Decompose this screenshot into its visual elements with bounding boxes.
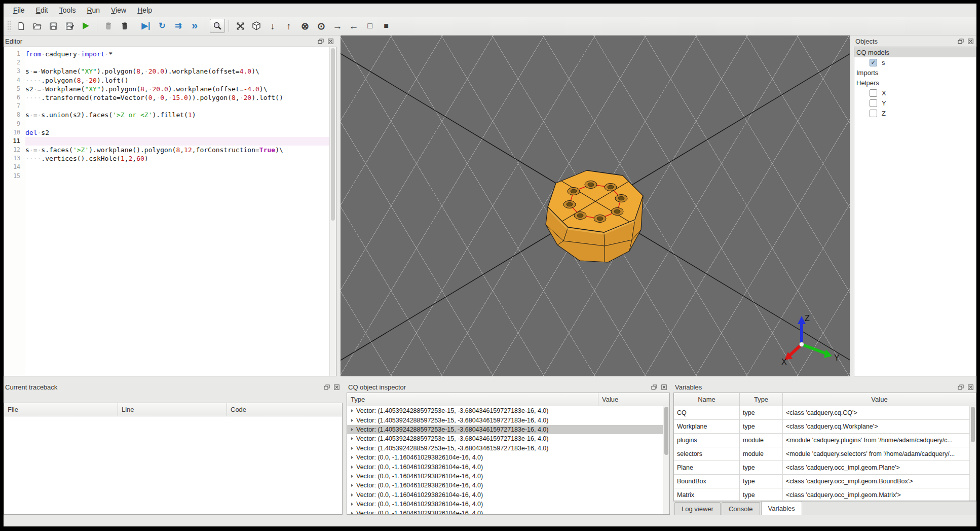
inspector-row[interactable]: Vector: (0.0, -1.1604610293826104e-16, 4… (347, 472, 669, 481)
checkbox-checked[interactable]: ✓ (870, 59, 877, 66)
code-line[interactable]: from·cadquery·import·* (25, 50, 329, 58)
editor-scrollbar[interactable] (329, 47, 336, 376)
expand-triangle-icon[interactable] (351, 475, 353, 478)
checkbox-unchecked[interactable] (870, 89, 877, 97)
column-header-name[interactable]: Name (674, 393, 740, 406)
close-panel-button[interactable] (966, 38, 975, 45)
variable-row[interactable]: CQtype<class 'cadquery.cq.CQ'> (674, 406, 976, 420)
debug-run-button[interactable]: ▶| (138, 19, 154, 33)
inspector-row[interactable]: Vector: (0.0, -1.1604610293826104e-16, 4… (347, 481, 669, 490)
variables-rows[interactable]: CQtype<class 'cadquery.cq.CQ'>Workplanet… (674, 406, 976, 502)
code-line[interactable]: ····.transformed(rotate=Vector(0,·0,·15.… (25, 93, 329, 102)
inspector-row[interactable]: Vector: (0.0, -1.1604610293826104e-16, 4… (347, 453, 669, 462)
column-header-type[interactable]: Type (740, 393, 783, 406)
inspector-row[interactable]: Vector: (1.4053924288597253e-15, -3.6804… (347, 444, 669, 453)
inspector-rows[interactable]: Vector: (1.4053924288597253e-15, -3.6804… (347, 406, 669, 514)
checkbox-unchecked[interactable] (870, 99, 877, 107)
tree-item-imports[interactable]: Imports (854, 67, 976, 78)
tree-item-cq-models[interactable]: CQ models (854, 47, 976, 57)
code-line[interactable] (25, 163, 329, 171)
expand-triangle-icon[interactable] (351, 512, 353, 514)
inspector-row[interactable]: Vector: (1.4053924288597253e-15, -3.6804… (347, 406, 669, 415)
code-line[interactable]: s2·=·Workplane("XY").polygon(8,·20.0).wo… (25, 85, 329, 93)
open-file-button[interactable] (29, 19, 45, 33)
toggle-comment-button[interactable] (210, 19, 225, 33)
variable-row[interactable]: Planetype<class 'cadquery.occ_impl.geom.… (674, 461, 976, 475)
menu-view[interactable]: View (105, 5, 132, 16)
delete-button[interactable] (101, 19, 116, 33)
expand-triangle-icon[interactable] (351, 419, 353, 422)
back-view-button[interactable]: ⊙ (314, 19, 329, 33)
float-panel-button[interactable] (322, 383, 331, 391)
column-header-type[interactable]: Type (347, 393, 598, 406)
tab-console[interactable]: Console (722, 502, 760, 515)
expand-triangle-icon[interactable] (351, 484, 353, 487)
inspector-row[interactable]: Vector: (0.0, -1.1604610293826104e-16, 4… (347, 500, 669, 509)
float-panel-button[interactable] (956, 38, 965, 45)
column-header-file[interactable]: File (4, 403, 118, 416)
inspector-row[interactable]: Vector: (0.0, -1.1604610293826104e-16, 4… (347, 462, 669, 471)
expand-triangle-icon[interactable] (351, 503, 353, 506)
expand-triangle-icon[interactable] (351, 466, 353, 469)
iso-view-button[interactable] (249, 19, 264, 33)
editor-body[interactable]: 123456789101112131415 from·cadquery·impo… (4, 47, 336, 376)
toolbar-grip[interactable] (7, 20, 11, 31)
cad-model[interactable] (543, 165, 650, 269)
right-view-button[interactable]: ← (346, 19, 361, 33)
save-as-button[interactable] (62, 19, 77, 33)
fit-view-button[interactable] (233, 19, 248, 33)
code-line[interactable]: s·=·s.union(s2).faces('>Z or <Z').fillet… (25, 111, 329, 119)
variable-row[interactable]: selectorsmodule<module 'cadquery.selecto… (674, 447, 976, 461)
expand-triangle-icon[interactable] (351, 456, 353, 459)
tree-item-helpers[interactable]: Helpers (854, 78, 976, 88)
inspector-scrollbar-thumb[interactable] (664, 407, 668, 455)
left-view-button[interactable]: → (330, 19, 345, 33)
float-panel-button[interactable] (956, 383, 965, 391)
tree-item-s[interactable]: ✓s (854, 57, 976, 67)
code-line[interactable]: ····.polygon(8,·20).loft() (25, 76, 329, 85)
tree-item-z[interactable]: Z (854, 108, 976, 118)
column-header-value[interactable]: Value (783, 393, 976, 406)
close-panel-button[interactable] (966, 383, 975, 391)
debug-continue-button[interactable]: » (187, 19, 202, 33)
tab-log-viewer[interactable]: Log viewer (674, 502, 721, 515)
front-view-button[interactable]: ⊗ (297, 19, 313, 33)
render-button[interactable] (78, 19, 93, 33)
float-panel-button[interactable] (650, 383, 658, 391)
wireframe-button[interactable]: □ (362, 19, 378, 33)
code-line[interactable]: del·s2 (25, 128, 329, 137)
variables-scrollbar-thumb[interactable] (971, 407, 975, 442)
inspector-row[interactable]: Vector: (0.0, -1.1604610293826104e-16, 4… (347, 509, 669, 514)
tab-variables[interactable]: Variables (761, 501, 802, 515)
inspector-row[interactable]: Vector: (1.4053924288597253e-15, -3.6804… (347, 415, 669, 424)
variable-row[interactable]: Matrixtype<class 'cadquery.occ_impl.geom… (674, 488, 976, 502)
column-header-code[interactable]: Code (227, 403, 342, 416)
code-line[interactable] (25, 120, 329, 128)
expand-triangle-icon[interactable] (351, 437, 353, 440)
objects-tree[interactable]: CQ models✓sImportsHelpersXYZ (854, 47, 976, 376)
code-line[interactable]: s·=·s.faces('>Z').workplane().polygon(8,… (25, 146, 329, 154)
editor-scrollbar-thumb[interactable] (331, 48, 335, 221)
debug-step-button[interactable]: ⇉ (171, 19, 186, 33)
save-button[interactable] (46, 19, 61, 33)
code-line-current[interactable] (25, 137, 329, 146)
expand-triangle-icon[interactable] (351, 447, 353, 450)
code-line[interactable]: s·=·Workplane("XY").polygon(8,·20.0).wor… (25, 67, 329, 76)
float-panel-button[interactable] (316, 38, 325, 45)
tree-item-x[interactable]: X (854, 88, 976, 98)
code-line[interactable] (25, 58, 329, 67)
menu-file[interactable]: File (8, 5, 30, 16)
shaded-button[interactable]: ■ (379, 19, 394, 33)
expand-triangle-icon[interactable] (351, 493, 353, 497)
top-view-button[interactable]: ↓ (265, 19, 280, 33)
code-line[interactable] (25, 102, 329, 111)
inspector-row[interactable]: Vector: (1.4053924288597253e-15, -3.6804… (347, 425, 669, 434)
inspector-scrollbar[interactable] (663, 406, 669, 514)
expand-triangle-icon[interactable] (351, 428, 353, 431)
code-line[interactable] (25, 172, 329, 181)
column-header-line[interactable]: Line (118, 403, 227, 416)
tree-item-y[interactable]: Y (854, 98, 976, 108)
bottom-view-button[interactable]: ↑ (281, 19, 296, 33)
debug-restart-button[interactable]: ↻ (155, 19, 170, 33)
menu-edit[interactable]: Edit (30, 5, 54, 16)
